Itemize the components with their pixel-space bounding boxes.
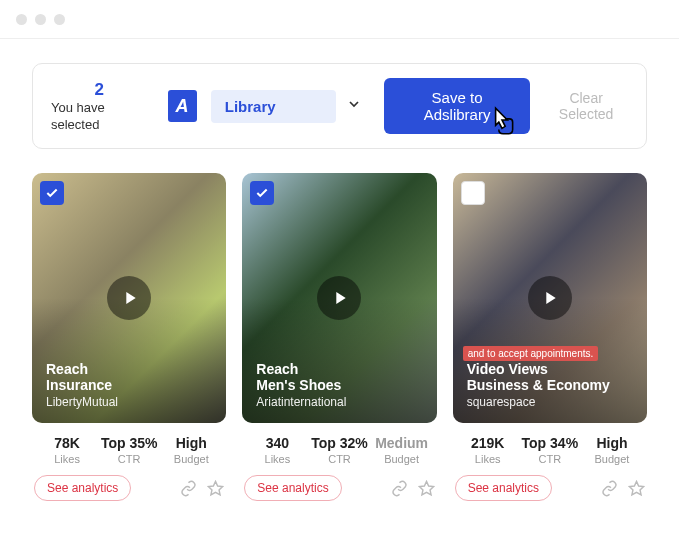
ad-card: and to accept appointments. Video Views … (453, 173, 647, 501)
selection-count-value: 2 (95, 79, 104, 100)
see-analytics-button[interactable]: See analytics (455, 475, 552, 501)
budget-value: High (160, 435, 222, 451)
save-button[interactable]: Save to Adslibrary (384, 78, 530, 134)
ad-stats: 219KLikes Top 34%CTR HighBudget (453, 423, 647, 475)
budget-value: High (581, 435, 643, 451)
link-icon[interactable] (601, 480, 618, 497)
star-icon[interactable] (628, 480, 645, 497)
clear-selected-button[interactable]: Clear Selected (544, 90, 628, 122)
library-dropdown[interactable]: Library (211, 90, 336, 123)
ad-thumbnail[interactable]: Reach Men's Shoes Ariatinternational (242, 173, 436, 423)
svg-marker-1 (209, 481, 223, 494)
ad-card: Reach Men's Shoes Ariatinternational 340… (242, 173, 436, 501)
svg-marker-3 (419, 481, 433, 494)
selection-toolbar: 2 You have selected A Library Save to Ad… (32, 63, 647, 149)
ad-advertiser: squarespace (467, 395, 633, 409)
likes-value: 219K (457, 435, 519, 451)
ctr-value: Top 35% (98, 435, 160, 451)
ad-advertiser: Ariatinternational (256, 395, 422, 409)
ad-category: Insurance (46, 377, 212, 393)
likes-value: 78K (36, 435, 98, 451)
ctr-label: CTR (98, 453, 160, 465)
ad-thumbnail[interactable]: and to accept appointments. Video Views … (453, 173, 647, 423)
link-icon[interactable] (391, 480, 408, 497)
budget-label: Budget (581, 453, 643, 465)
ctr-label: CTR (519, 453, 581, 465)
selection-count: 2 You have selected (51, 79, 148, 133)
traffic-light-dot (54, 14, 65, 25)
budget-label: Budget (160, 453, 222, 465)
adslibrary-logo: A (168, 90, 197, 122)
likes-label: Likes (36, 453, 98, 465)
traffic-light-dot (16, 14, 27, 25)
star-icon[interactable] (207, 480, 224, 497)
ctr-label: CTR (308, 453, 370, 465)
select-checkbox[interactable] (461, 181, 485, 205)
likes-label: Likes (246, 453, 308, 465)
see-analytics-button[interactable]: See analytics (34, 475, 131, 501)
star-icon[interactable] (418, 480, 435, 497)
ad-stats: 78KLikes Top 35%CTR HighBudget (32, 423, 226, 475)
link-icon[interactable] (180, 480, 197, 497)
likes-label: Likes (457, 453, 519, 465)
ad-card: Reach Insurance LibertyMutual 78KLikes T… (32, 173, 226, 501)
chevron-down-icon[interactable] (346, 96, 362, 116)
play-icon[interactable] (317, 276, 361, 320)
ad-category: Men's Shoes (256, 377, 422, 393)
svg-marker-4 (547, 292, 556, 304)
svg-marker-0 (126, 292, 135, 304)
ctr-value: Top 34% (519, 435, 581, 451)
cards-grid: Reach Insurance LibertyMutual 78KLikes T… (32, 173, 647, 501)
play-icon[interactable] (528, 276, 572, 320)
select-checkbox[interactable] (40, 181, 64, 205)
svg-marker-5 (629, 481, 643, 494)
budget-value: Medium (371, 435, 433, 451)
ad-stats: 340Likes Top 32%CTR MediumBudget (242, 423, 436, 475)
ad-thumbnail[interactable]: Reach Insurance LibertyMutual (32, 173, 226, 423)
svg-marker-2 (336, 292, 345, 304)
ctr-value: Top 32% (308, 435, 370, 451)
ad-advertiser: LibertyMutual (46, 395, 212, 409)
play-icon[interactable] (107, 276, 151, 320)
likes-value: 340 (246, 435, 308, 451)
budget-label: Budget (371, 453, 433, 465)
video-caption-overlay: and to accept appointments. (463, 346, 599, 361)
select-checkbox[interactable] (250, 181, 274, 205)
selection-count-label: You have selected (51, 100, 148, 133)
ad-category: Business & Economy (467, 377, 633, 393)
ad-objective: Reach (46, 361, 212, 377)
see-analytics-button[interactable]: See analytics (244, 475, 341, 501)
ad-objective: Video Views (467, 361, 633, 377)
window-titlebar (0, 0, 679, 38)
ad-objective: Reach (256, 361, 422, 377)
traffic-light-dot (35, 14, 46, 25)
